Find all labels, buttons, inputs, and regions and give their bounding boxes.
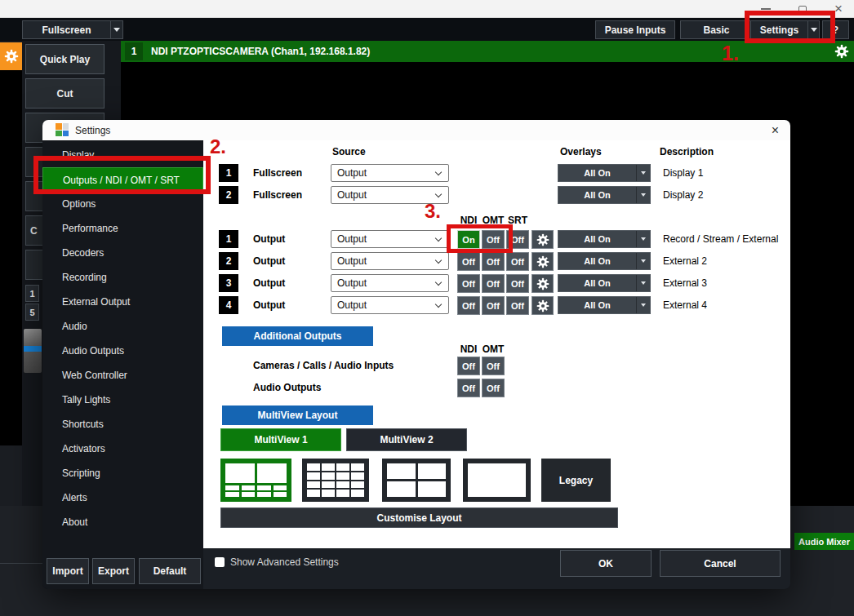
customise-layout-button[interactable]: Customise Layout (220, 507, 618, 528)
annotation-box-step2 (33, 156, 211, 194)
output-1-source-select[interactable]: Output (331, 230, 449, 248)
input-settings-gear-icon[interactable] (834, 44, 849, 59)
output-3-settings-gear-button[interactable] (532, 274, 554, 293)
basic-button[interactable]: Basic (680, 20, 753, 39)
output-3-ndi-toggle[interactable]: Off (457, 274, 480, 293)
cancel-button[interactable]: Cancel (660, 550, 781, 577)
output-2-overlays-dropdown[interactable]: All On (558, 252, 651, 270)
menu-item-recording[interactable]: Recording (42, 265, 203, 290)
multiview-layout-thumbnail-selected[interactable] (220, 459, 291, 502)
output-4-overlays-dropdown[interactable]: All On (558, 296, 651, 314)
output-1-settings-gear-button[interactable] (532, 230, 554, 249)
output-3-srt-toggle[interactable]: Off (506, 274, 529, 293)
active-input-bar[interactable]: 1 NDI PTZOPTICSCAMERA (Chan1, 192.168.1.… (121, 41, 854, 62)
minimize-icon[interactable] (761, 8, 771, 10)
dropdown-arrow-icon (113, 28, 120, 32)
output-2-settings-gear-button[interactable] (532, 252, 554, 271)
multiview-2-tab[interactable]: MultiView 2 (346, 428, 467, 451)
additional-outputs-button[interactable]: Additional Outputs (222, 326, 373, 346)
transition-duration-5[interactable]: 5 (25, 304, 39, 321)
cut-button[interactable]: Cut (25, 78, 105, 109)
transition-tbar[interactable] (24, 329, 42, 373)
menu-item-web-controller[interactable]: Web Controller (42, 363, 203, 388)
dropdown-arrow-icon (636, 187, 650, 203)
output-2-omt-toggle[interactable]: Off (482, 252, 505, 271)
dropdown-arrow-icon (636, 275, 650, 291)
cameras-omt-toggle[interactable]: Off (482, 357, 505, 375)
menu-item-alerts[interactable]: Alerts (42, 485, 203, 510)
chevron-down-icon (435, 257, 442, 264)
audio-mixer-tab[interactable]: Audio Mixer (794, 533, 854, 550)
chevron-down-icon (435, 169, 442, 175)
output-3-source-select[interactable]: Output (331, 274, 449, 292)
fullscreen-button[interactable]: Fullscreen (22, 20, 111, 39)
output-2-srt-toggle[interactable]: Off (506, 252, 529, 271)
row-number-badge: 1 (219, 230, 238, 248)
menu-item-performance[interactable]: Performance (42, 216, 203, 241)
fullscreen-2-overlays-dropdown[interactable]: All On (558, 186, 651, 204)
output-4-ndi-toggle[interactable]: Off (457, 296, 480, 315)
menu-item-external-output[interactable]: External Output (42, 290, 203, 314)
dropdown-arrow-icon (636, 297, 650, 313)
output-2-ndi-toggle[interactable]: Off (457, 252, 480, 271)
menu-item-scripting[interactable]: Scripting (42, 461, 203, 485)
source-column-header: Source (332, 146, 366, 157)
output-4-srt-toggle[interactable]: Off (506, 296, 529, 315)
chevron-down-icon (435, 191, 442, 197)
row-description: Record / Stream / External (663, 230, 778, 248)
transition-duration-1[interactable]: 1 (25, 285, 39, 302)
dialog-close-icon[interactable]: × (772, 120, 779, 140)
input-number-badge: 1 (125, 42, 143, 60)
output-1-overlays-dropdown[interactable]: All On (558, 230, 651, 248)
row-label: Fullscreen (253, 164, 302, 182)
menu-item-tally-lights[interactable]: Tally Lights (42, 388, 203, 412)
audio-outputs-ndi-toggle[interactable]: Off (457, 379, 480, 397)
row-description: Display 1 (663, 164, 703, 182)
vmix-window: × Fullscreen Pause Inputs Basic Settings… (0, 0, 854, 616)
multiview-layout-thumbnail-quad[interactable] (382, 459, 451, 502)
cameras-ndi-toggle[interactable]: Off (457, 357, 480, 375)
output-4-source-select[interactable]: Output (331, 296, 449, 314)
annotation-label-step1: 1. (722, 42, 739, 65)
audio-outputs-omt-toggle[interactable]: Off (482, 379, 505, 397)
fullscreen-row-2: 2 Fullscreen Output All On Display 2 (203, 186, 790, 204)
output-2-source-select[interactable]: Output (331, 252, 449, 270)
output-4-settings-gear-button[interactable] (532, 296, 554, 315)
default-button[interactable]: Default (139, 558, 201, 584)
fullscreen-1-source-select[interactable]: Output (331, 164, 449, 182)
annotation-label-step3: 3. (425, 200, 441, 223)
menu-item-audio-outputs[interactable]: Audio Outputs (42, 339, 203, 363)
show-advanced-settings-checkbox[interactable] (215, 557, 225, 567)
row-description: External 3 (663, 274, 707, 292)
export-button[interactable]: Export (92, 558, 135, 584)
menu-item-options[interactable]: Options (42, 192, 203, 216)
menu-item-activators[interactable]: Activators (42, 437, 203, 461)
settings-dialog-titlebar: Settings × (42, 120, 790, 140)
multiview-layout-button[interactable]: MultiView Layout (222, 405, 373, 425)
ndi-omt-header: NDI OMT (457, 343, 505, 355)
multiview-legacy-button[interactable]: Legacy (541, 459, 611, 502)
import-button[interactable]: Import (47, 558, 89, 584)
menu-item-shortcuts[interactable]: Shortcuts (42, 412, 203, 437)
menu-item-about[interactable]: About (42, 510, 203, 534)
multiview-layout-thumbnail-single[interactable] (463, 459, 531, 502)
menu-item-decoders[interactable]: Decoders (42, 241, 203, 265)
fullscreen-1-overlays-dropdown[interactable]: All On (558, 164, 651, 182)
window-close-icon[interactable]: × (834, 0, 843, 18)
pause-inputs-button[interactable]: Pause Inputs (595, 20, 675, 39)
settings-gear-button-orange[interactable] (0, 42, 22, 70)
fullscreen-dropdown-arrow[interactable] (110, 20, 123, 39)
outputs-settings-panel: Source Overlays Description 1 Fullscreen… (203, 140, 790, 548)
output-3-overlays-dropdown[interactable]: All On (558, 274, 651, 292)
ok-button[interactable]: OK (560, 550, 652, 577)
menu-item-audio[interactable]: Audio (42, 314, 203, 339)
row-number-badge: 2 (219, 252, 238, 270)
tbar-position-indicator (24, 346, 42, 352)
left-edge-panel-lower (0, 445, 22, 506)
output-4-omt-toggle[interactable]: Off (482, 296, 505, 315)
multiview-1-tab[interactable]: MultiView 1 (220, 428, 341, 451)
row-number-badge: 4 (219, 296, 238, 314)
multiview-layout-thumbnail-grid[interactable] (302, 459, 369, 502)
output-3-omt-toggle[interactable]: Off (482, 274, 505, 293)
quick-play-button[interactable]: Quick Play (25, 44, 105, 74)
